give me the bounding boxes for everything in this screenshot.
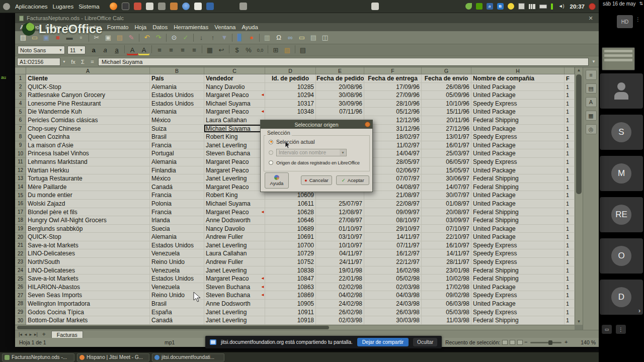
copy-icon[interactable]: ▣	[103, 33, 114, 43]
cell[interactable]: 1	[565, 216, 575, 225]
cell[interactable]: QUICK-Stop	[26, 233, 150, 241]
expand-formula-icon[interactable]: ▼	[591, 59, 597, 64]
files-icon[interactable]	[158, 3, 166, 10]
cell[interactable]: 05/02/98	[364, 275, 422, 283]
row-header-20[interactable]: 20	[15, 233, 26, 241]
accept-button[interactable]: Aceptar	[336, 175, 369, 185]
participant-tile[interactable]	[600, 73, 643, 109]
cell[interactable]: 10838	[265, 266, 316, 275]
cell[interactable]: Alemania	[150, 233, 204, 241]
stop-sharing-button[interactable]: Dejar de compartir	[357, 338, 409, 346]
cell[interactable]: 22/08/97	[364, 200, 422, 208]
firefox-icon[interactable]	[110, 3, 117, 10]
task-browser[interactable]: jitsi.documentfoundati...	[152, 353, 224, 361]
cell[interactable]: 05/12/96	[364, 108, 422, 116]
cell[interactable]: 14/11/97	[364, 233, 422, 241]
cell[interactable]: 1	[565, 116, 575, 125]
horizontal-scrollbar-thumb[interactable]	[17, 326, 329, 329]
cell[interactable]: Wellington Importadora	[26, 300, 150, 308]
cell[interactable]: Speedy Express	[471, 100, 565, 108]
cell[interactable]: 18/02/97	[364, 133, 422, 141]
row-header-18[interactable]: 18	[15, 216, 26, 225]
cell[interactable]: HILARION-Abastos	[26, 283, 150, 292]
cell[interactable]: Reino Unido	[150, 258, 204, 266]
cell[interactable]: 27/09/96	[364, 91, 422, 100]
row-header-30[interactable]: 30	[15, 316, 26, 325]
cell[interactable]	[316, 191, 364, 200]
next-sheet-icon[interactable]: ▸	[28, 332, 33, 337]
menu-ayuda[interactable]: Ayuda	[238, 24, 261, 30]
cell[interactable]: 10285	[265, 83, 316, 92]
cell[interactable]: Speedy Express	[471, 308, 565, 317]
cell[interactable]: Federal Shipping	[471, 174, 565, 183]
chevron-down-icon[interactable]: ▼	[62, 60, 67, 63]
cell[interactable]: Nancy Davolio	[204, 225, 265, 233]
share-screen-button[interactable]	[602, 325, 612, 334]
insert-chart-icon[interactable]: ▊	[234, 33, 246, 43]
merge-cells-icon[interactable]: ▦	[204, 45, 215, 55]
task-jitsi[interactable]: Hispano | Jitsi Meet - G...	[77, 353, 149, 361]
named-range-option[interactable]: Intervalo con nombre ▼	[269, 149, 347, 156]
cell[interactable]: Hungry Owl All-Night Grocers	[26, 216, 150, 225]
cell[interactable]: Robert King	[204, 133, 265, 141]
row-header-4[interactable]: 4	[15, 100, 26, 108]
cell[interactable]: United Package	[471, 166, 565, 175]
cell[interactable]: Steven Buchana	[204, 291, 265, 300]
cell[interactable]: 1	[565, 291, 575, 300]
cell[interactable]: Fecha de pedido	[316, 74, 364, 83]
cell[interactable]: 04/02/98	[316, 291, 364, 300]
cell[interactable]: 10905	[265, 300, 316, 308]
highlight-color-icon[interactable]: A	[138, 45, 149, 55]
input-method-icon[interactable]: a	[487, 3, 493, 10]
special-character-icon[interactable]: Ω	[273, 33, 284, 43]
sort-descending-icon[interactable]: ↑	[207, 33, 218, 43]
last-sheet-icon[interactable]: ▸|	[33, 332, 39, 337]
cell[interactable]: Fecha de entrega	[364, 74, 422, 83]
cell[interactable]: 29/10/97	[364, 225, 422, 233]
cell[interactable]: La maison d'Asie	[26, 141, 150, 150]
cell[interactable]: Nombre de compañía	[471, 74, 565, 83]
cell[interactable]: 19/01/98	[316, 266, 364, 275]
cell[interactable]: Save-a-lot Markets	[26, 275, 150, 283]
spreadsheet-grid[interactable]: ABCDEFGH 1ClientePaísVendedorId. de pedi…	[15, 67, 575, 325]
cell[interactable]: Wartian Herkku	[26, 166, 150, 175]
participant-tile[interactable]: S	[600, 115, 643, 150]
cell[interactable]: Irlanda	[150, 216, 204, 225]
align-center-icon[interactable]: ≡	[166, 45, 177, 55]
cell[interactable]: 28/11/97	[422, 258, 471, 266]
cell[interactable]: 16/01/97	[422, 141, 471, 150]
cell[interactable]: Du monde entier	[26, 191, 150, 200]
previous-sheet-icon[interactable]: ◂	[24, 332, 28, 337]
scroll-down-icon[interactable]	[575, 319, 583, 325]
align-right-icon[interactable]: ≡	[177, 45, 188, 55]
vertical-scrollbar-thumb[interactable]	[576, 74, 582, 194]
zoom-slider[interactable]	[530, 342, 561, 343]
cell[interactable]: Margaret Peaco	[204, 166, 265, 175]
editor-icon[interactable]	[146, 3, 153, 10]
dialog-titlebar[interactable]: Seleccionar origen	[261, 120, 372, 129]
cell[interactable]: Francia	[150, 191, 204, 200]
navigator-deck-icon[interactable]: ◎	[586, 124, 597, 134]
cell[interactable]: México	[150, 116, 204, 125]
row-header-27[interactable]: 27	[15, 291, 26, 300]
first-sheet-icon[interactable]: |◂	[18, 332, 23, 337]
cell[interactable]: Rattlesnake Canyon Grocery	[26, 91, 150, 100]
cell[interactable]: United Package	[471, 125, 565, 133]
sidebar-toggle-icon[interactable]: ◫	[319, 33, 331, 43]
column-header-H[interactable]: H	[471, 67, 565, 74]
row-header-8[interactable]: 8	[15, 133, 26, 141]
row-header-17[interactable]: 17	[15, 208, 26, 217]
cell[interactable]: 20/08/96	[316, 83, 364, 92]
cell[interactable]: 10611	[265, 200, 316, 208]
radio-current-selection[interactable]	[269, 140, 273, 144]
cell[interactable]: Chop-suey Chinese	[26, 125, 150, 133]
cell[interactable]: 10317	[265, 100, 316, 108]
cell[interactable]: 10752	[265, 258, 316, 266]
cell[interactable]: Finlandia	[150, 166, 204, 175]
cell[interactable]: 25/03/97	[422, 149, 471, 158]
cell[interactable]: 10911	[265, 308, 316, 317]
cell[interactable]: 14/11/97	[422, 249, 471, 258]
cell[interactable]: Polonia	[150, 200, 204, 208]
cell[interactable]: 16/10/97	[422, 241, 471, 250]
cell[interactable]: United Package	[471, 191, 565, 200]
